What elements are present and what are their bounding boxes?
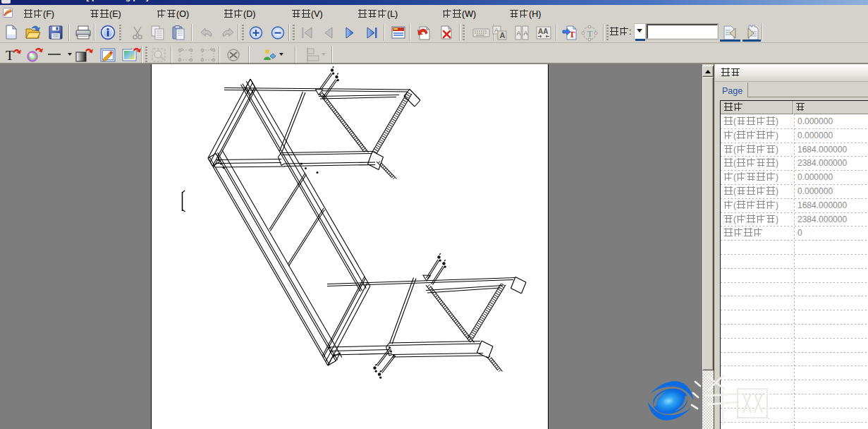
svg-text:A: A bbox=[500, 31, 506, 40]
svg-text:AA: AA bbox=[538, 28, 548, 35]
svg-text:T: T bbox=[6, 48, 14, 63]
svg-text:A: A bbox=[524, 30, 528, 37]
svg-text:A: A bbox=[517, 30, 521, 37]
svg-text:T: T bbox=[587, 29, 593, 39]
svg-text:T: T bbox=[569, 29, 575, 40]
